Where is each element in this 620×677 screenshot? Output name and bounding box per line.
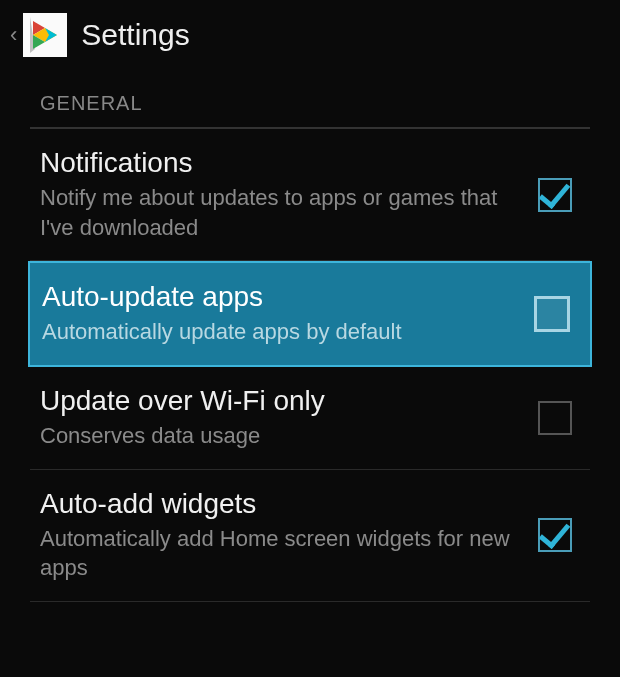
setting-title: Update over Wi-Fi only [40, 385, 518, 417]
checkbox-notifications[interactable] [538, 178, 572, 212]
section-header-general: GENERAL [30, 70, 590, 129]
setting-text: Auto-update apps Automatically update ap… [42, 281, 534, 347]
app-header: ‹ Settings [0, 0, 620, 70]
setting-notifications[interactable]: Notifications Notify me about updates to… [30, 129, 590, 261]
setting-auto-add-widgets[interactable]: Auto-add widgets Automatically add Home … [30, 470, 590, 602]
setting-title: Auto-update apps [42, 281, 514, 313]
setting-text: Auto-add widgets Automatically add Home … [40, 488, 538, 583]
setting-description: Notify me about updates to apps or games… [40, 183, 518, 242]
setting-description: Automatically add Home screen widgets fo… [40, 524, 518, 583]
play-store-icon[interactable] [23, 13, 67, 57]
setting-text: Notifications Notify me about updates to… [40, 147, 538, 242]
setting-description: Automatically update apps by default [42, 317, 514, 347]
setting-title: Auto-add widgets [40, 488, 518, 520]
setting-title: Notifications [40, 147, 518, 179]
checkbox-wifi-only[interactable] [538, 401, 572, 435]
setting-text: Update over Wi-Fi only Conserves data us… [40, 385, 538, 451]
checkbox-auto-update[interactable] [534, 296, 570, 332]
settings-content: GENERAL Notifications Notify me about up… [0, 70, 620, 602]
setting-wifi-only[interactable]: Update over Wi-Fi only Conserves data us… [30, 367, 590, 470]
page-title: Settings [81, 18, 189, 52]
setting-description: Conserves data usage [40, 421, 518, 451]
setting-auto-update[interactable]: Auto-update apps Automatically update ap… [28, 261, 592, 367]
checkbox-auto-add-widgets[interactable] [538, 518, 572, 552]
back-chevron-icon[interactable]: ‹ [10, 22, 17, 48]
